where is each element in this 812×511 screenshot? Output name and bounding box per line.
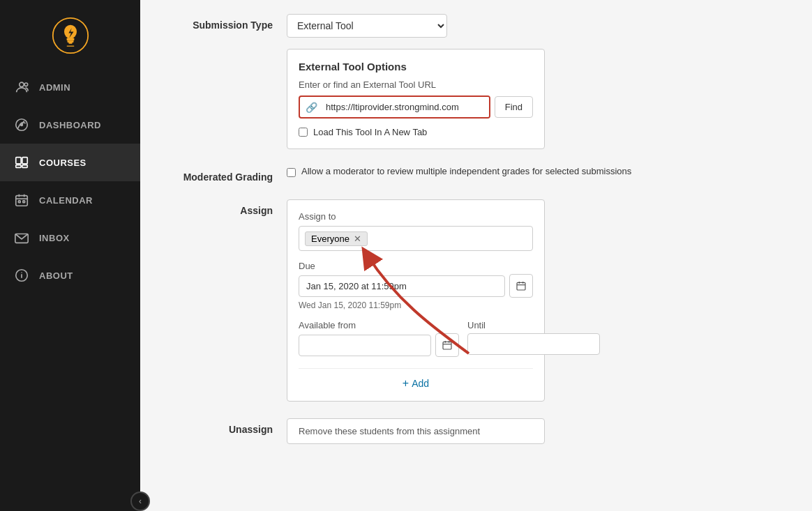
until-label: Until <box>467 320 600 330</box>
load-new-tab-checkbox[interactable] <box>299 128 308 137</box>
moderated-box: Allow a moderator to review multiple ind… <box>287 166 740 177</box>
until-input-row <box>467 333 600 355</box>
link-icon: 🔗 <box>300 102 323 113</box>
sidebar-item-admin[interactable]: ADMIN <box>0 68 140 106</box>
unassign-row: Unassign Remove these students from this… <box>168 418 740 444</box>
moderated-grading-wrap: Allow a moderator to review multiple ind… <box>287 166 740 177</box>
svg-point-24 <box>21 272 22 273</box>
external-tool-url-label: Enter or find an External Tool URL <box>299 79 533 90</box>
due-hint: Wed Jan 15, 2020 11:59pm <box>299 300 533 310</box>
about-label: ABOUT <box>39 270 73 281</box>
plus-icon: + <box>403 377 409 390</box>
due-calendar-button[interactable] <box>509 274 533 298</box>
svg-rect-4 <box>68 43 72 44</box>
availability-row: Available from <box>299 320 533 357</box>
dashboard-label: DASHBOARD <box>39 120 101 130</box>
sidebar-item-inbox[interactable]: INBOX <box>0 219 140 257</box>
sidebar-item-about[interactable]: ABOUT <box>0 257 140 294</box>
due-row <box>299 274 533 298</box>
admin-label: ADMIN <box>39 82 70 93</box>
svg-rect-11 <box>16 158 21 164</box>
due-date-input[interactable] <box>299 275 505 297</box>
inbox-label: INBOX <box>39 233 70 243</box>
unassign-label: Unassign <box>168 418 287 435</box>
svg-rect-15 <box>16 196 28 206</box>
assign-tag-close-button[interactable]: ✕ <box>354 234 361 243</box>
svg-rect-3 <box>67 40 73 43</box>
sidebar-item-courses[interactable]: COURSES <box>0 144 140 181</box>
sidebar-item-dashboard[interactable]: DASHBOARD <box>0 106 140 144</box>
available-from-calendar-button[interactable] <box>435 333 459 357</box>
unassign-box: Remove these students from this assignme… <box>287 418 545 444</box>
moderated-grading-checkbox[interactable] <box>287 168 296 177</box>
courses-label: COURSES <box>39 158 87 168</box>
url-input-row: 🔗 Find <box>299 96 533 119</box>
external-tool-box: External Tool Options Enter or find an E… <box>287 49 545 149</box>
collapse-sidebar-button[interactable]: ‹ <box>130 491 150 511</box>
add-assign-row: + Add <box>299 368 533 390</box>
available-from-input-row <box>299 333 459 357</box>
svg-rect-6 <box>66 45 74 46</box>
submission-type-select[interactable]: External Tool No Submission Online On Pa… <box>287 14 447 38</box>
assign-tag-label: Everyone <box>311 234 349 244</box>
unassign-wrap: Remove these students from this assignme… <box>287 418 740 444</box>
sidebar-item-calendar[interactable]: CALENDAR <box>0 181 140 219</box>
assign-label: Assign <box>168 199 287 216</box>
submission-type-label: Submission Type <box>168 14 287 31</box>
sidebar: ADMIN DASHBOARD COURSES <box>0 0 140 511</box>
assign-row: Assign Assign to Everyone ✕ Due <box>168 199 740 402</box>
content-area: Submission Type External Tool No Submiss… <box>140 0 768 475</box>
svg-point-8 <box>24 83 28 86</box>
add-label: Add <box>412 378 429 389</box>
main-content: Submission Type External Tool No Submiss… <box>140 0 812 511</box>
svg-rect-29 <box>443 342 451 349</box>
svg-rect-14 <box>22 165 27 168</box>
external-tool-title: External Tool Options <box>299 61 533 73</box>
moderated-grading-label: Moderated Grading <box>168 166 287 183</box>
svg-rect-13 <box>16 165 21 168</box>
load-new-tab-row: Load This Tool In A New Tab <box>299 127 533 137</box>
moderated-grading-text: Allow a moderator to review multiple ind… <box>301 166 631 176</box>
unassign-placeholder-text: Remove these students from this assignme… <box>299 426 480 436</box>
available-from-label: Available from <box>299 320 459 330</box>
load-new-tab-label: Load This Tool In A New Tab <box>313 127 427 137</box>
svg-rect-2 <box>66 38 74 41</box>
svg-rect-20 <box>23 201 25 203</box>
add-assign-button[interactable]: + Add <box>403 377 429 390</box>
logo <box>0 0 140 68</box>
svg-rect-12 <box>22 158 27 164</box>
calendar-label: CALENDAR <box>39 195 93 206</box>
due-label: Due <box>299 261 533 271</box>
external-tool-url-input[interactable] <box>323 97 489 117</box>
assign-to-label: Assign to <box>299 211 533 222</box>
assign-to-field[interactable]: Everyone ✕ <box>299 226 533 251</box>
assign-wrap: Assign to Everyone ✕ Due <box>287 199 740 402</box>
assign-tag-everyone: Everyone ✕ <box>305 231 368 246</box>
svg-rect-25 <box>517 282 525 290</box>
available-from-input[interactable] <box>299 335 431 356</box>
svg-point-7 <box>20 82 24 86</box>
url-input-wrap: 🔗 <box>299 96 490 119</box>
available-from-col: Available from <box>299 320 459 357</box>
until-input[interactable] <box>467 333 600 355</box>
find-button[interactable]: Find <box>495 96 533 118</box>
assign-box: Assign to Everyone ✕ Due <box>287 199 545 402</box>
submission-type-row: Submission Type External Tool No Submiss… <box>168 14 740 149</box>
moderated-grading-row: Moderated Grading Allow a moderator to r… <box>168 166 740 183</box>
sidebar-nav: ADMIN DASHBOARD COURSES <box>0 68 140 511</box>
svg-rect-19 <box>18 201 20 203</box>
submission-type-wrap: External Tool No Submission Online On Pa… <box>287 14 740 149</box>
until-col: Until <box>467 320 600 357</box>
